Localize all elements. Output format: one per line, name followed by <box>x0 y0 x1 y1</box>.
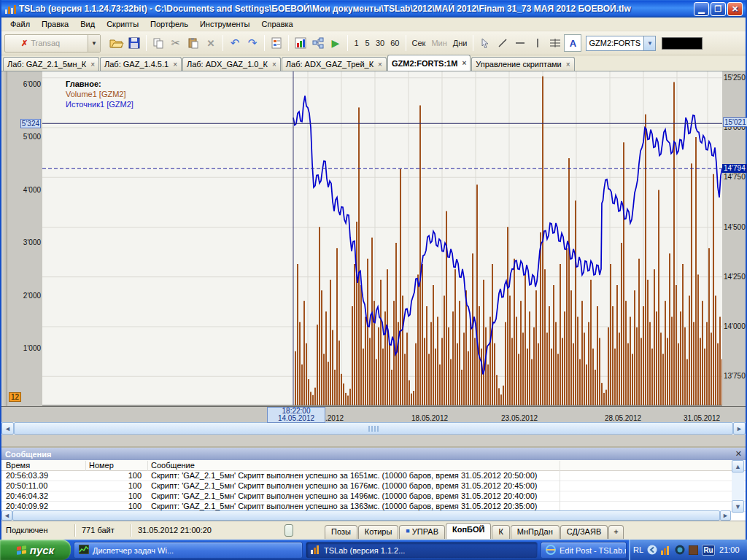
volume-tick: 4'000 <box>23 186 41 195</box>
scroll-left-icon[interactable]: ◄ <box>1 422 14 435</box>
chart-plot-area[interactable]: Главное: Volume1 [GZM2] Источник1 [GZM2] <box>42 71 722 406</box>
column-number[interactable]: Номер <box>89 461 114 470</box>
unit-button-Дни[interactable]: Дни <box>450 36 471 50</box>
horizontal-line-tool-button[interactable] <box>511 34 529 52</box>
column-time[interactable]: Время <box>6 461 30 470</box>
legend-price-series[interactable]: Источник1 [GZM2] <box>66 99 133 109</box>
legend-volume-series[interactable]: Volume1 [GZM2] <box>66 89 133 99</box>
task-button-2[interactable]: TSLab (версия 1.1.2... <box>306 542 538 559</box>
scroll-right-icon[interactable]: ► <box>720 510 731 521</box>
tab-close-icon[interactable]: × <box>566 61 570 69</box>
script-properties-button[interactable] <box>268 34 285 52</box>
price-tick: 13'750 <box>724 372 746 381</box>
transaq-dropdown-icon[interactable]: ▼ <box>88 35 100 52</box>
scrollbar-thumb[interactable] <box>14 422 733 435</box>
message-row-1[interactable]: 20:56:03.39100Скрипт: 'GAZ_2.1_5мн' Скри… <box>1 471 746 481</box>
chart-tab-2[interactable]: Лаб: GAZ_1.4.5.1× <box>100 57 182 71</box>
start-button[interactable]: пуск <box>0 540 71 560</box>
vertical-line-tool-button[interactable] <box>529 34 546 52</box>
messages-vertical-scrollbar[interactable]: ▲ ▼ <box>732 460 744 513</box>
workspace-tab-Котиры[interactable]: Котиры <box>358 525 399 539</box>
interval-button-1[interactable]: 1 <box>351 36 362 50</box>
tab-close-icon[interactable]: × <box>378 61 382 69</box>
trend-line-tool-button[interactable] <box>494 34 511 52</box>
interval-button-60[interactable]: 60 <box>387 36 402 50</box>
chart-tab-6[interactable]: Управление скриптами× <box>471 57 574 71</box>
workspace-tab-К[interactable]: К <box>492 525 509 539</box>
menu-item-1[interactable]: Файл <box>4 18 36 30</box>
scroll-right-icon[interactable]: ► <box>733 422 746 435</box>
title-bar[interactable]: TSLab (версия 1.1.24.73:32bit) - C:\Docu… <box>1 0 746 18</box>
close-button[interactable]: ✕ <box>727 2 743 16</box>
column-message[interactable]: Сообщение <box>151 461 195 470</box>
message-row-2[interactable]: 20:50:11.00100Скрипт: 'GAZ_2.1_5мн' Скри… <box>1 481 746 491</box>
copy-button[interactable] <box>150 34 167 52</box>
tab-close-icon[interactable]: × <box>90 61 95 69</box>
text-label-tool-button[interactable]: A <box>564 34 581 52</box>
workspace-tab-Позы[interactable]: Позы <box>325 525 357 539</box>
windows-taskbar: пуск RL Ru 21:00 Диспетчер задач Wi...TS… <box>0 540 747 560</box>
run-script-button[interactable]: ▶ <box>327 34 344 52</box>
workspace-tab-СД/ЗАЯВ[interactable]: СД/ЗАЯВ <box>560 525 608 539</box>
interval-button-5[interactable]: 5 <box>362 36 373 50</box>
delete-button[interactable]: ✕ <box>202 34 220 52</box>
chart-horizontal-scrollbar[interactable]: ◄ ► <box>1 422 746 435</box>
cursor-tool-button[interactable] <box>476 34 494 52</box>
tslab-tray-icon[interactable] <box>660 545 671 556</box>
price-tick: 14'750 <box>724 173 746 182</box>
network-tray-icon[interactable] <box>674 545 685 556</box>
tab-close-icon[interactable]: × <box>462 59 466 67</box>
scroll-down-icon[interactable]: ▼ <box>732 500 744 513</box>
hide-icons-icon[interactable] <box>646 545 657 556</box>
workspace-tab-УПРАВ[interactable]: ■УПРАВ <box>399 525 445 539</box>
chart-tab-1[interactable]: Лаб: GAZ_2.1_5мн_К× <box>3 57 99 71</box>
open-button[interactable] <box>108 34 125 52</box>
cut-button[interactable]: ✂ <box>167 34 185 52</box>
undo-button[interactable]: ↶ <box>226 34 244 52</box>
task-button-3[interactable]: Edit Post - TSLab.ru -... <box>541 542 627 559</box>
instrument-combo-dropdown-icon[interactable]: ▼ <box>643 36 655 50</box>
message-row-3[interactable]: 20:46:04.32100Скрипт: 'GAZ_2.1_5мн' Скри… <box>1 491 746 502</box>
scroll-left-icon[interactable]: ◄ <box>1 510 12 521</box>
messages-header[interactable]: Сообщения ✕ <box>1 448 746 460</box>
messages-close-icon[interactable]: ✕ <box>735 449 742 459</box>
scroll-up-icon[interactable]: ▲ <box>732 460 744 472</box>
workspace-tab-МнПрДан[interactable]: МнПрДан <box>511 525 560 539</box>
minimize-button[interactable]: ▁ <box>694 2 709 16</box>
menu-item-7[interactable]: Справка <box>256 18 299 30</box>
menu-item-3[interactable]: Вид <box>74 18 101 30</box>
restore-button[interactable]: ❐ <box>711 2 726 16</box>
task-button-label: Диспетчер задач Wi... <box>93 546 174 555</box>
scrollbar-thumb[interactable] <box>12 510 720 521</box>
menu-item-6[interactable]: Инструменты <box>194 18 256 30</box>
chart-tab-3[interactable]: Лаб: ADX_GAZ_1.0_К× <box>182 57 281 71</box>
menu-item-4[interactable]: Скрипты <box>101 18 144 30</box>
redo-button[interactable]: ↷ <box>244 34 261 52</box>
language-indicator[interactable]: Ru <box>702 545 715 556</box>
volume-tick: 5'000 <box>23 133 41 141</box>
strategy-tree-button[interactable] <box>309 34 327 52</box>
chart-button[interactable] <box>292 34 309 52</box>
color-swatch[interactable] <box>662 37 703 50</box>
task-button-1[interactable]: Диспетчер задач Wi... <box>74 542 303 559</box>
menu-item-2[interactable]: Правка <box>36 18 74 30</box>
instrument-combo[interactable]: GZM2:FORTS ▼ <box>586 36 656 51</box>
add-workspace-tab-button[interactable]: + <box>608 525 623 539</box>
chart-tab-4[interactable]: Лаб: ADX_GAZ_Трей_К× <box>282 57 387 71</box>
paste-button[interactable] <box>185 34 202 52</box>
menu-item-5[interactable]: Портфель <box>144 18 194 30</box>
workspace-tab-КопБОЙ[interactable]: КопБОЙ <box>446 523 491 539</box>
messages-horizontal-scrollbar[interactable]: ◄ ► <box>1 510 731 521</box>
fibo-lines-tool-button[interactable] <box>546 34 564 52</box>
panel-splitter[interactable] <box>1 71 7 422</box>
tab-close-icon[interactable]: × <box>173 61 177 69</box>
interval-button-30[interactable]: 30 <box>373 36 387 50</box>
transaq-tray-icon[interactable] <box>688 545 699 556</box>
transaq-connection-combo[interactable]: ✗ Transaq ▼ <box>4 34 101 52</box>
save-button[interactable] <box>125 34 143 52</box>
tab-close-icon[interactable]: × <box>272 61 276 69</box>
unit-button-Сек[interactable]: Сек <box>409 36 429 50</box>
unit-button-Мин[interactable]: Мин <box>428 36 449 50</box>
chart-tab-5[interactable]: GZM2:FORTS:1M× <box>387 55 471 71</box>
column-divider <box>560 481 560 491</box>
